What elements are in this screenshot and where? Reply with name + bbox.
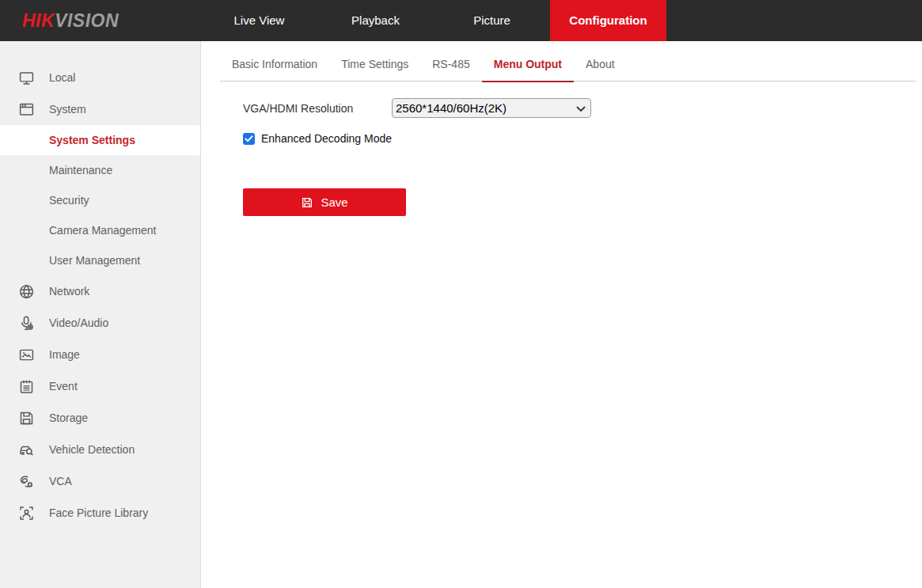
sidebar-item-label: Face Picture Library — [49, 506, 148, 519]
sidebar-item-vehicle-detection[interactable]: Vehicle Detection — [0, 434, 200, 465]
sidebar-item-label: User Management — [49, 254, 140, 267]
enhanced-decoding-checkbox[interactable] — [243, 133, 255, 145]
sidebar-item-video-audio[interactable]: Video/Audio — [0, 307, 200, 339]
sidebar-item-label: Storage — [49, 412, 88, 424]
logo-vision: VISION — [55, 10, 119, 32]
save-button-label: Save — [321, 195, 347, 209]
sidebar-item-label: Camera Management — [49, 224, 156, 237]
tab-bar: Basic Information Time Settings RS-485 M… — [220, 41, 916, 82]
sidebar-item-image[interactable]: Image — [0, 339, 200, 370]
page: HIKVISION Live View Playback Picture Con… — [0, 0, 922, 588]
save-icon — [301, 196, 313, 209]
sidebar-item-label: Vehicle Detection — [49, 443, 135, 456]
nav-playback[interactable]: Playback — [317, 0, 434, 41]
hikvision-logo: HIKVISION — [22, 0, 119, 41]
vca-icon — [17, 472, 35, 490]
check-icon — [245, 135, 253, 142]
globe-icon — [17, 283, 35, 300]
sidebar-item-label: Maintenance — [49, 164, 112, 176]
sidebar-item-maintenance[interactable]: Maintenance — [0, 155, 200, 185]
enhanced-decoding-row: Enhanced Decoding Mode — [243, 132, 392, 145]
tab-menu-output[interactable]: Menu Output — [482, 41, 574, 82]
resolution-row: VGA/HDMI Resolution 2560*1440/60Hz(2K) — [243, 98, 591, 118]
picture-icon — [17, 346, 35, 363]
tab-about[interactable]: About — [574, 41, 627, 82]
floppy-disk-icon — [17, 409, 35, 427]
sidebar-item-label: Event — [49, 380, 78, 393]
sidebar-item-storage[interactable]: Storage — [0, 402, 200, 434]
face-frame-icon — [17, 504, 35, 522]
sidebar-item-system-settings[interactable]: System Settings — [0, 125, 200, 155]
notepad-icon — [17, 377, 35, 395]
sidebar-item-label: Image — [49, 348, 80, 361]
sidebar-item-security[interactable]: Security — [0, 185, 200, 215]
resolution-label: VGA/HDMI Resolution — [243, 102, 392, 115]
main-content: Basic Information Time Settings RS-485 M… — [202, 41, 922, 588]
sidebar-item-vca[interactable]: VCA — [0, 465, 200, 497]
enhanced-decoding-label: Enhanced Decoding Mode — [261, 132, 392, 145]
tab-time-settings[interactable]: Time Settings — [329, 41, 420, 82]
logo-hik: HIK — [22, 10, 55, 32]
tab-rs-485[interactable]: RS-485 — [420, 41, 481, 82]
nav-picture[interactable]: Picture — [434, 0, 550, 41]
car-search-icon — [17, 441, 35, 458]
top-nav-items: Live View Playback Picture Configuration — [201, 0, 666, 41]
tab-basic-information[interactable]: Basic Information — [220, 41, 329, 82]
sidebar-item-label: System — [49, 103, 86, 116]
sidebar-item-face-picture-library[interactable]: Face Picture Library — [0, 497, 200, 529]
sidebar-item-label: System Settings — [49, 134, 135, 146]
top-nav: HIKVISION Live View Playback Picture Con… — [0, 0, 922, 41]
save-button[interactable]: Save — [243, 188, 406, 216]
nav-live-view[interactable]: Live View — [201, 0, 317, 41]
sidebar-item-label: Video/Audio — [49, 317, 108, 329]
sidebar: Local System System Settings Maintenance… — [0, 41, 201, 588]
sidebar-item-user-management[interactable]: User Management — [0, 245, 200, 275]
monitor-icon — [17, 69, 35, 86]
sidebar-item-label: VCA — [49, 475, 72, 487]
resolution-select[interactable]: 2560*1440/60Hz(2K) — [392, 98, 591, 118]
resolution-select-value: 2560*1440/60Hz(2K) — [396, 101, 576, 115]
chevron-down-icon — [576, 101, 586, 115]
sidebar-item-network[interactable]: Network — [0, 275, 200, 307]
sidebar-item-event[interactable]: Event — [0, 370, 200, 402]
sidebar-item-label: Local — [49, 71, 75, 84]
sidebar-item-local[interactable]: Local — [0, 62, 200, 93]
microphone-icon — [17, 314, 35, 332]
sidebar-item-camera-management[interactable]: Camera Management — [0, 215, 200, 245]
sidebar-item-label: Security — [49, 194, 89, 207]
sidebar-item-label: Network — [49, 285, 89, 298]
system-window-icon — [17, 101, 35, 118]
nav-configuration[interactable]: Configuration — [550, 0, 666, 41]
sidebar-item-system[interactable]: System — [0, 93, 200, 125]
